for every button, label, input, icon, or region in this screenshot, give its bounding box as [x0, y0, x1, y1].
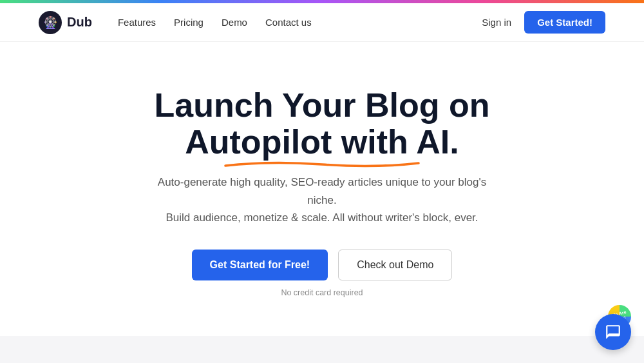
navbar: 🎡 Dub Features Pricing Demo Contact us S…: [0, 3, 644, 42]
get-started-free-button[interactable]: Get Started for Free!: [192, 250, 328, 280]
nav-logo[interactable]: 🎡 Dub: [39, 11, 92, 34]
nav-get-started-button[interactable]: Get Started!: [524, 11, 605, 34]
nav-pricing[interactable]: Pricing: [174, 17, 204, 28]
hero-buttons: Get Started for Free! Check out Demo: [26, 250, 618, 280]
sign-in-button[interactable]: Sign in: [482, 17, 511, 28]
nav-contact[interactable]: Contact us: [265, 17, 312, 28]
nav-demo[interactable]: Demo: [222, 17, 247, 28]
nav-right: Sign in Get Started!: [482, 11, 605, 34]
hero-underline-svg: [219, 159, 425, 168]
hero-subtitle: Auto-generate high quality, SEO-ready ar…: [155, 173, 489, 226]
features-section: 🚗 Blog Automation Ready, Set, Go! Contro…: [0, 336, 644, 363]
chat-icon: [605, 324, 621, 340]
check-demo-button[interactable]: Check out Demo: [338, 250, 452, 280]
hero-title: Launch Your Blog on Autopilot with AI.: [97, 87, 547, 161]
logo-text: Dub: [67, 15, 92, 30]
no-credit-text: No credit card required: [26, 288, 618, 297]
chat-bubble[interactable]: We AreHere!: [586, 305, 631, 350]
nav-features[interactable]: Features: [118, 17, 156, 28]
logo-icon: 🎡: [39, 11, 62, 34]
chat-circle-button[interactable]: [595, 314, 631, 350]
nav-links: Features Pricing Demo Contact us: [118, 17, 482, 28]
hero-section: Launch Your Blog on Autopilot with AI. A…: [0, 42, 644, 336]
